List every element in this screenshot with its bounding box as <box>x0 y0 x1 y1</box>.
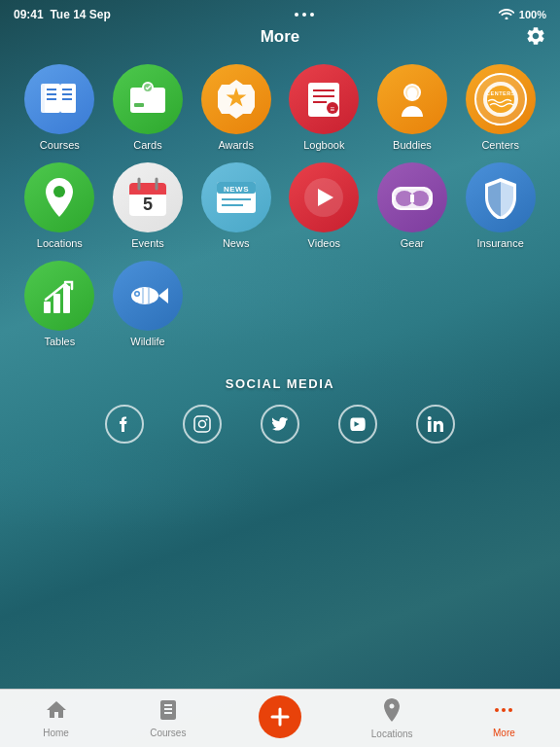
tab-add[interactable] <box>224 690 335 747</box>
instagram-button[interactable] <box>183 405 222 444</box>
svg-rect-10 <box>130 92 165 99</box>
app-item-logbook[interactable]: ≡ Logbook <box>284 64 365 151</box>
tab-more-label: More <box>493 728 515 738</box>
svg-text:NEWS: NEWS <box>224 185 249 194</box>
tab-bar: Home Courses Locations <box>0 689 560 747</box>
svg-rect-50 <box>63 286 70 313</box>
svg-point-57 <box>199 421 206 428</box>
header: More <box>0 25 560 54</box>
app-item-locations[interactable]: Locations <box>19 162 100 249</box>
facebook-button[interactable] <box>105 405 144 444</box>
app-item-events[interactable]: 5 Events <box>108 162 189 249</box>
svg-rect-45 <box>410 195 414 202</box>
add-button[interactable] <box>259 695 301 738</box>
tab-home[interactable]: Home <box>0 690 112 747</box>
app-item-videos[interactable]: Videos <box>284 162 365 249</box>
more-tab-icon <box>492 698 515 726</box>
tab-home-label: Home <box>43 728 69 738</box>
twitter-button[interactable] <box>261 405 299 444</box>
wifi-icon <box>499 8 514 21</box>
tab-locations-label: Locations <box>371 729 413 739</box>
status-bar: 09:41 Tue 14 Sep 100% <box>0 0 560 25</box>
status-center-dots <box>295 13 314 17</box>
svg-point-58 <box>206 419 208 421</box>
svg-text:CENTERS: CENTERS <box>486 90 515 96</box>
app-grid: Courses Cards <box>19 64 541 347</box>
app-label-courses: Courses <box>40 139 80 151</box>
app-label-gear: Gear <box>401 237 424 249</box>
app-item-wildlife[interactable]: Wildlife <box>108 261 189 347</box>
svg-point-28 <box>53 186 65 197</box>
tab-courses-label: Courses <box>150 728 186 738</box>
social-media-title: SOCIAL MEDIA <box>0 376 560 391</box>
app-label-videos: Videos <box>308 237 340 249</box>
svg-point-65 <box>508 708 512 712</box>
tab-locations[interactable]: Locations <box>336 690 448 747</box>
youtube-button[interactable] <box>338 405 377 444</box>
svg-rect-47 <box>429 196 432 200</box>
app-label-locations: Locations <box>37 237 83 249</box>
app-label-logbook: Logbook <box>303 139 344 151</box>
app-item-awards[interactable]: Awards <box>195 64 276 151</box>
svg-rect-11 <box>134 103 144 107</box>
page-title: More <box>261 27 300 47</box>
tab-courses[interactable]: Courses <box>112 690 224 747</box>
svg-text:≡: ≡ <box>331 105 335 114</box>
social-media-section: SOCIAL MEDIA <box>0 357 560 453</box>
app-item-centers[interactable]: CENTERS Centers <box>460 64 541 151</box>
svg-rect-46 <box>393 196 396 200</box>
app-label-events: Events <box>131 237 164 249</box>
app-label-news: News <box>223 237 250 249</box>
linkedin-button[interactable] <box>416 405 455 444</box>
svg-text:5: 5 <box>143 195 153 214</box>
app-label-centers: Centers <box>481 139 519 151</box>
app-item-courses[interactable]: Courses <box>19 64 100 151</box>
app-item-tables[interactable]: Tables <box>19 261 100 347</box>
gear-button[interactable] <box>525 25 546 53</box>
svg-rect-48 <box>44 302 51 313</box>
locations-tab-icon <box>381 697 402 727</box>
svg-point-60 <box>428 416 432 420</box>
app-label-buddies: Buddies <box>393 139 432 151</box>
svg-rect-56 <box>194 416 210 432</box>
app-label-cards: Cards <box>133 139 161 151</box>
app-item-gear[interactable]: Gear <box>372 162 453 249</box>
home-icon <box>45 698 68 726</box>
app-label-awards: Awards <box>218 139 253 151</box>
courses-tab-icon <box>157 698 180 726</box>
app-grid-container: Courses Cards <box>0 54 560 347</box>
svg-point-64 <box>502 708 506 712</box>
app-label-wildlife: Wildlife <box>130 336 164 347</box>
svg-rect-49 <box>53 294 60 313</box>
svg-point-63 <box>495 708 499 712</box>
app-item-buddies[interactable]: Buddies <box>372 64 453 151</box>
app-item-insurance[interactable]: Insurance <box>460 162 541 249</box>
status-time: 09:41 Tue 14 Sep <box>14 8 111 21</box>
app-item-cards[interactable]: Cards <box>108 64 189 151</box>
social-icons-row <box>0 405 560 444</box>
status-right: 100% <box>499 8 546 21</box>
svg-point-53 <box>135 293 138 296</box>
battery-text: 100% <box>519 9 546 20</box>
app-label-tables: Tables <box>44 336 75 347</box>
tab-more[interactable]: More <box>448 690 560 747</box>
svg-rect-59 <box>428 421 432 432</box>
app-label-insurance: Insurance <box>477 237 524 249</box>
app-item-news[interactable]: NEWS News <box>195 162 276 249</box>
